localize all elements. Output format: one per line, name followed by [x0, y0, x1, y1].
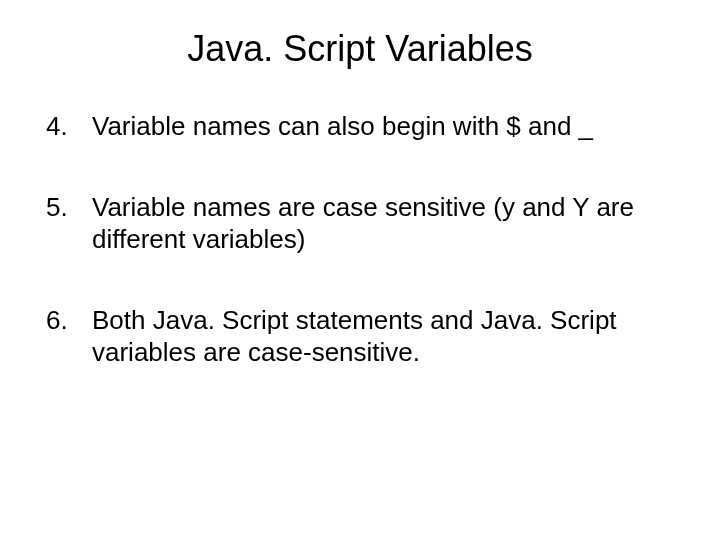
item-text: Variable names can also begin with $ and… [92, 111, 593, 141]
item-number: 4. [46, 110, 68, 143]
list-item: 5. Variable names are case sensitive (y … [40, 191, 680, 256]
list-item: 4. Variable names can also begin with $ … [40, 110, 680, 143]
item-number: 6. [46, 304, 68, 337]
item-text: Both Java. Script statements and Java. S… [92, 305, 617, 368]
slide: Java. Script Variables 4. Variable names… [0, 0, 720, 540]
item-text: Variable names are case sensitive (y and… [92, 192, 634, 255]
item-number: 5. [46, 191, 68, 224]
slide-title: Java. Script Variables [40, 28, 680, 70]
list-item: 6. Both Java. Script statements and Java… [40, 304, 680, 369]
bullet-list: 4. Variable names can also begin with $ … [40, 110, 680, 369]
